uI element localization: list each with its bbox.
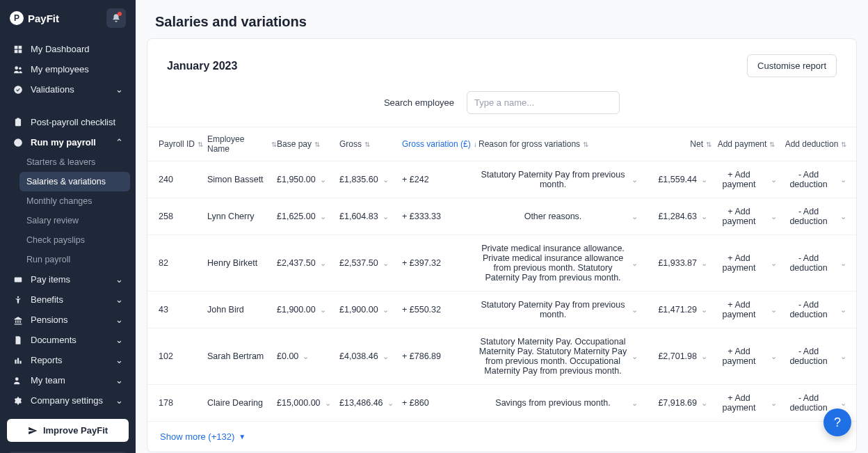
table-row: 178Claire Dearing£15,000.00⌄£13,486.46⌄+… <box>147 385 856 422</box>
nav-pensions[interactable]: Pensions ⌄ <box>6 310 130 330</box>
customise-label: Customise report <box>757 61 826 71</box>
period-label: January 2023 <box>167 60 237 72</box>
cell-reason[interactable]: Private medical insurance allowance. Pri… <box>479 244 642 283</box>
th-add-payment[interactable]: Add payment⇅ <box>712 139 781 149</box>
cell-gross[interactable]: £4,038.46⌄ <box>339 351 402 361</box>
main: Salaries and variations January 2023 Cus… <box>136 0 868 453</box>
nav-run-payroll-sub: Starters & leavers Salaries & variations… <box>6 152 130 269</box>
cell-net[interactable]: £2,701.98⌄ <box>642 351 712 361</box>
cell-reason[interactable]: Other reasons.⌄ <box>479 212 642 221</box>
cell-gross[interactable]: £2,537.50⌄ <box>339 258 402 268</box>
svg-rect-2 <box>15 49 18 53</box>
cell-gross[interactable]: £13,486.46⌄ <box>339 398 402 408</box>
chevron-down-icon: ⌄ <box>771 399 777 408</box>
notifications-button[interactable] <box>106 8 126 28</box>
bank-icon <box>13 315 24 325</box>
cell-net[interactable]: £1,559.44⌄ <box>642 175 712 184</box>
add-payment-button[interactable]: + Add payment⌄ <box>712 253 781 273</box>
chevron-down-icon: ⌄ <box>383 212 389 221</box>
add-deduction-button[interactable]: - Add deduction⌄ <box>781 207 851 226</box>
brand[interactable]: P PayFit <box>10 11 59 25</box>
nav-sub-run-payroll[interactable]: Run payroll <box>19 250 130 269</box>
nav-validations[interactable]: Validations ⌄ <box>6 79 130 100</box>
nav-sub-salaries[interactable]: Salaries & variations <box>19 172 130 191</box>
search-input[interactable] <box>467 91 620 114</box>
cell-payroll-id: 102 <box>159 351 207 361</box>
add-payment-button[interactable]: + Add payment⌄ <box>712 393 781 413</box>
nav-company-settings[interactable]: Company settings ⌄ <box>6 390 130 411</box>
improve-label: Improve PayFit <box>43 425 108 436</box>
nav-run-payroll[interactable]: Run my payroll ⌃ <box>6 132 130 152</box>
cell-reason[interactable]: Statutory Maternity Pay. Occupational Ma… <box>479 337 642 376</box>
cell-base[interactable]: £1,900.00⌄ <box>277 305 339 315</box>
th-net[interactable]: Net⇅ <box>642 139 712 149</box>
th-label: Base pay <box>277 139 312 149</box>
nav-dashboard[interactable]: My Dashboard <box>6 39 130 59</box>
sidebar-header: P PayFit <box>0 0 136 36</box>
cell-base[interactable]: £1,950.00⌄ <box>277 175 339 184</box>
cell-variation: + £242 <box>402 175 479 184</box>
add-deduction-button[interactable]: - Add deduction⌄ <box>781 300 851 319</box>
cell-reason[interactable]: Statutory Paternity Pay from previous mo… <box>479 170 642 189</box>
improve-button[interactable]: Improve PayFit <box>7 419 129 442</box>
cell-base[interactable]: £2,437.50⌄ <box>277 258 339 268</box>
add-deduction-button[interactable]: - Add deduction⌄ <box>781 347 851 366</box>
cell-reason[interactable]: Savings from previous month.⌄ <box>479 398 642 408</box>
help-fab[interactable]: ? <box>823 408 851 436</box>
table-row: 82Henry Birkett£2,437.50⌄£2,537.50⌄+ £39… <box>147 235 856 292</box>
nav-benefits[interactable]: Benefits ⌄ <box>6 289 130 310</box>
cell-net[interactable]: £1,471.29⌄ <box>642 305 712 315</box>
th-reason[interactable]: Reason for gross variations⇅ <box>479 139 642 149</box>
add-payment-button[interactable]: + Add payment⌄ <box>712 170 781 189</box>
chevron-down-icon: ⌄ <box>701 399 707 408</box>
customise-report-button[interactable]: Customise report <box>747 54 837 77</box>
nav-sub-label: Salary review <box>26 216 79 225</box>
nav-sub-monthly[interactable]: Monthly changes <box>19 191 130 211</box>
th-gross[interactable]: Gross⇅ <box>339 139 402 149</box>
cell-base[interactable]: £0.00⌄ <box>277 351 339 361</box>
nav-reports[interactable]: Reports ⌄ <box>6 350 130 370</box>
chevron-down-icon: ⌄ <box>383 352 389 361</box>
chevron-down-icon: ⌄ <box>771 305 777 315</box>
chevron-down-icon: ⌄ <box>320 259 326 268</box>
add-payment-button[interactable]: + Add payment⌄ <box>712 300 781 319</box>
sort-icon: ⇅ <box>198 141 203 148</box>
show-more-button[interactable]: Show more (+132) ▼ <box>147 422 856 452</box>
chevron-down-icon: ⌄ <box>320 212 326 221</box>
cell-gross[interactable]: £1,835.60⌄ <box>339 175 402 184</box>
nav-sub-starters[interactable]: Starters & leavers <box>19 152 130 172</box>
add-deduction-button[interactable]: - Add deduction⌄ <box>781 170 851 189</box>
nav-my-team[interactable]: My team ⌄ <box>6 370 130 390</box>
chevron-down-icon: ⌄ <box>115 84 123 95</box>
chevron-down-icon: ⌄ <box>840 399 846 408</box>
cell-net[interactable]: £1,284.63⌄ <box>642 212 712 221</box>
chevron-down-icon: ⌄ <box>320 175 326 184</box>
th-employee[interactable]: Employee Name⇅ <box>207 134 277 154</box>
nav-documents[interactable]: Documents ⌄ <box>6 330 130 350</box>
cell-payroll-id: 240 <box>159 175 207 184</box>
add-payment-button[interactable]: + Add payment⌄ <box>712 347 781 366</box>
cell-net[interactable]: £1,933.87⌄ <box>642 258 712 268</box>
chevron-down-icon: ⌄ <box>701 175 707 184</box>
nav-sub-check-payslips[interactable]: Check payslips <box>19 230 130 250</box>
th-variation[interactable]: Gross variation (£)↓ <box>402 139 479 149</box>
cell-employee: Lynn Cherry <box>207 212 277 221</box>
add-deduction-button[interactable]: - Add deduction⌄ <box>781 253 851 273</box>
nav-post-payroll[interactable]: Post-payroll checklist <box>6 112 130 132</box>
chevron-down-icon: ⌄ <box>303 352 309 361</box>
sort-icon: ⇅ <box>769 141 775 148</box>
cell-base[interactable]: £15,000.00⌄ <box>277 398 339 408</box>
cell-net[interactable]: £7,918.69⌄ <box>642 398 712 408</box>
th-base[interactable]: Base pay⇅ <box>277 139 339 149</box>
cell-gross[interactable]: £1,900.00⌄ <box>339 305 402 315</box>
cell-base[interactable]: £1,625.00⌄ <box>277 212 339 221</box>
nav-employees[interactable]: My employees <box>6 59 130 79</box>
add-payment-button[interactable]: + Add payment⌄ <box>712 207 781 226</box>
nav-sub-salary-review[interactable]: Salary review <box>19 211 130 230</box>
th-payroll-id[interactable]: Payroll ID⇅ <box>159 139 207 149</box>
cell-reason[interactable]: Statutory Paternity Pay from previous mo… <box>479 300 642 319</box>
cell-gross[interactable]: £1,604.83⌄ <box>339 212 402 221</box>
nav-sub-label: Check payslips <box>26 235 85 245</box>
th-add-deduction[interactable]: Add deduction⇅ <box>781 139 851 149</box>
nav-pay-items[interactable]: Pay items ⌄ <box>6 269 130 289</box>
